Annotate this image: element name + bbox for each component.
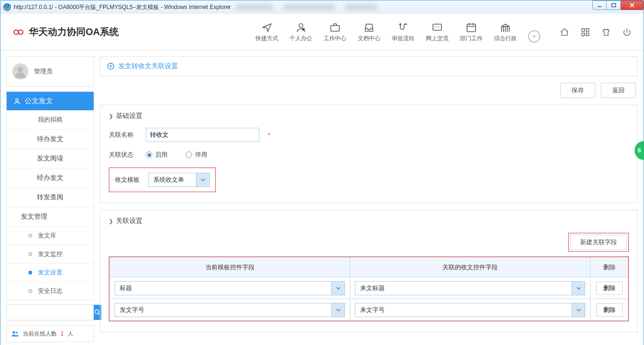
template-combobox[interactable]: 系统收文单 <box>148 173 210 187</box>
online-count: 1 <box>61 330 64 337</box>
basic-section: ❯基础设置 关联名称 * 关联状态 启用 停用 收文模板 系 <box>100 105 638 203</box>
topnav-personal[interactable]: 个人办公 <box>290 21 312 43</box>
relation-section: ❯关联设置 新建关联字段 当前模板控件字段 关联的收文控件字段 <box>100 210 638 332</box>
chevron-right-icon: ❯ <box>109 113 113 119</box>
nav-group-header[interactable]: 公文发文 <box>7 92 94 110</box>
svg-rect-10 <box>467 24 476 32</box>
avatar <box>12 63 28 80</box>
chevron-down-icon[interactable] <box>572 303 585 317</box>
chevron-down-icon[interactable] <box>572 282 585 295</box>
topnav-document[interactable]: 文档中心 <box>358 21 380 43</box>
home-icon[interactable] <box>559 27 570 37</box>
svg-point-16 <box>95 310 99 314</box>
online-text-prefix: 当前在线人数 <box>23 330 57 338</box>
topnav-chat[interactable]: 网上交流 <box>426 21 449 43</box>
svg-point-4 <box>299 24 303 27</box>
search-input[interactable] <box>7 305 94 320</box>
relation-table: 当前模板控件字段 关联的收文控件字段 删除 标题 来文标题 删除 <box>109 257 628 321</box>
chevron-down-icon[interactable] <box>331 303 344 317</box>
svg-point-18 <box>16 332 18 334</box>
topnav-workcenter[interactable]: 工作中心 <box>324 21 346 43</box>
svg-rect-12 <box>586 28 589 31</box>
topnav-approval[interactable]: 审批流转 <box>392 21 415 43</box>
new-field-button[interactable]: 新建关联字段 <box>570 235 627 250</box>
col-delete: 删除 <box>591 257 628 277</box>
chat-icon <box>431 21 443 34</box>
people-icon <box>11 330 19 337</box>
nav-item-handle[interactable]: 经办发文 <box>7 168 94 187</box>
state-enable-radio[interactable]: 启用 <box>146 150 168 159</box>
ie-icon <box>3 3 11 11</box>
delete-row-button[interactable]: 删除 <box>596 282 623 295</box>
apps-icon[interactable] <box>580 27 591 37</box>
paper-plane-icon <box>261 21 273 34</box>
topnav-shortcut[interactable]: 快捷方式 <box>256 21 278 43</box>
col-current: 当前模板控件字段 <box>110 257 350 277</box>
save-button[interactable]: 保存 <box>560 83 595 98</box>
template-label: 收文模板 <box>115 176 141 184</box>
nav-item-forward[interactable]: 转发查阅 <box>7 187 94 207</box>
delete-row-button[interactable]: 删除 <box>596 303 623 317</box>
logo-icon <box>12 27 25 37</box>
nav-item-manage[interactable]: 发文管理 <box>7 207 94 226</box>
logo-text: 华天动力协同OA系统 <box>29 26 119 38</box>
inbox-icon <box>363 21 375 34</box>
nav-sub-library[interactable]: 发文库 <box>7 226 94 245</box>
window-maximize-button[interactable] <box>607 0 621 10</box>
col-linked: 关联的收文控件字段 <box>350 257 591 277</box>
profile-card: 管理员 <box>6 56 94 87</box>
svg-point-17 <box>13 331 15 334</box>
window-close-button[interactable] <box>621 0 644 10</box>
sidebar-search <box>6 304 94 320</box>
chevron-right-icon: ❯ <box>109 218 113 224</box>
topnav-department[interactable]: 部门工作 <box>460 21 483 43</box>
table-row: 发文字号 来文字号 删除 <box>110 299 628 321</box>
building-icon <box>499 21 512 34</box>
nav-item-todo[interactable]: 待办发文 <box>7 129 94 149</box>
power-icon[interactable] <box>622 27 632 37</box>
linked-field-combobox[interactable]: 来文字号 <box>355 303 585 317</box>
topnav-admin[interactable]: 综合行政 <box>494 21 517 43</box>
app-header: 华天动力协同OA系统 快捷方式 个人办公 工作中心 文档中心 <box>0 14 644 51</box>
basic-section-title: 基础设置 <box>116 112 142 120</box>
chevron-down-icon[interactable] <box>331 282 344 295</box>
skin-icon[interactable] <box>601 27 611 37</box>
relation-table-highlight: 当前模板控件字段 关联的收文控件字段 删除 标题 来文标题 删除 <box>109 257 629 321</box>
relation-section-title: 关联设置 <box>116 217 142 225</box>
window-minimize-button[interactable] <box>592 0 607 10</box>
nav-item-mydraft[interactable]: 我的拟稿 <box>7 110 94 129</box>
window-title: http://127.0.0.1/ - OA8000平台版_FPLMYSQL5-… <box>14 3 231 11</box>
online-text-suffix: 人 <box>68 330 73 338</box>
header-utility <box>559 27 632 37</box>
page-title: 发文转收文关联设置 <box>118 62 178 71</box>
chevron-down-icon[interactable] <box>196 173 209 186</box>
svg-point-5 <box>302 28 305 31</box>
nav-item-read[interactable]: 发文阅读 <box>7 149 94 168</box>
svg-rect-14 <box>586 33 589 35</box>
flow-icon <box>397 21 409 34</box>
current-field-combobox[interactable]: 发文字号 <box>115 303 345 317</box>
calendar-icon <box>465 21 477 34</box>
linked-field-combobox[interactable]: 来文标题 <box>355 281 585 295</box>
main: 发文转收文关联设置 保存 返回 ❯基础设置 关联名称 * <box>100 56 638 332</box>
template-highlight: 收文模板 系统收文单 <box>109 168 216 192</box>
svg-rect-6 <box>331 26 339 31</box>
current-field-combobox[interactable]: 标题 <box>115 281 345 295</box>
state-disable-radio[interactable]: 停用 <box>185 150 207 159</box>
profile-name: 管理员 <box>34 67 53 76</box>
topnav-add-button[interactable]: + <box>528 30 540 43</box>
name-input[interactable] <box>146 128 259 142</box>
blur-decoration <box>236 4 273 10</box>
back-button[interactable]: 返回 <box>601 83 636 98</box>
nav-sub-settings[interactable]: 发文设置 <box>7 263 94 282</box>
top-nav: 快捷方式 个人办公 工作中心 文档中心 审批流转 <box>256 21 540 43</box>
nav-sub-log[interactable]: 安全日志 <box>7 282 94 300</box>
required-mark: * <box>268 132 270 139</box>
svg-point-9 <box>438 27 439 27</box>
name-label: 关联名称 <box>109 131 139 139</box>
table-row: 标题 来文标题 删除 <box>110 277 628 299</box>
svg-point-15 <box>16 98 18 101</box>
nav-sub-monitor[interactable]: 发文监控 <box>7 245 94 263</box>
window-titlebar: http://127.0.0.1/ - OA8000平台版_FPLMYSQL5-… <box>0 0 644 14</box>
svg-rect-13 <box>582 33 585 35</box>
